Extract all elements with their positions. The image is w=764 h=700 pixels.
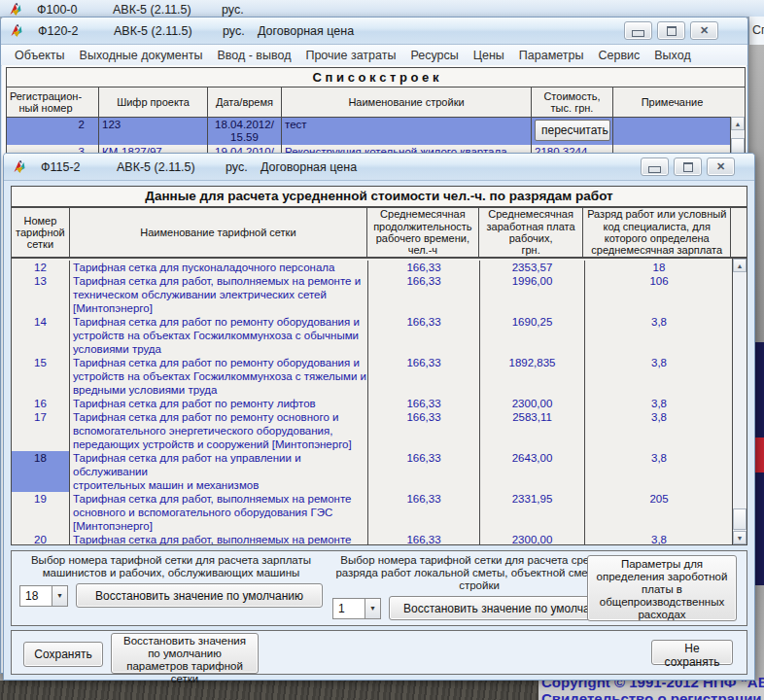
cell-tariff-name: Тарифная сетка для работ, выполняемых на… <box>70 274 368 315</box>
scroll-down-icon[interactable]: ▼ <box>733 531 747 544</box>
scroll-up-icon[interactable]: ▲ <box>731 117 745 130</box>
f100-form-id: Ф100-0 <box>37 3 113 17</box>
tariff-row[interactable]: 18Тарифная сетка для работ на управлении… <box>12 451 747 492</box>
cell-avg-hours: 166,33 <box>368 315 480 356</box>
cell-avg-salary: 2300,00 <box>480 533 585 545</box>
controls-panel: Выбор номера тарифной сетки для расчета … <box>11 550 747 626</box>
tariff-row[interactable]: 14Тарифная сетка для работ по ремонту об… <box>12 315 747 356</box>
cell-work-grade: 3,8 <box>585 356 733 397</box>
restore-all-defaults-button[interactable]: Восстановить значения по умолчанию парам… <box>111 633 259 674</box>
cell-note <box>613 118 731 145</box>
menu-item[interactable]: Прочие затраты <box>305 49 396 62</box>
cell-tariff-name: Тарифная сетка для работ, выполняемых на… <box>70 533 368 545</box>
cell-tariff-number[interactable]: 12 <box>12 261 70 274</box>
close-icon: ✕ <box>700 25 709 36</box>
cell-avg-salary: 2353,57 <box>480 261 585 274</box>
recalculate-button[interactable]: пересчитать <box>535 120 610 141</box>
cell-datetime: 18.04.2012/ 15.59 <box>208 118 282 145</box>
no-save-button[interactable]: Не сохранять <box>651 640 733 665</box>
menu-item[interactable]: Выход <box>654 49 690 62</box>
tariff-row[interactable]: 12Тарифная сетка для пусконаладочного пе… <box>12 261 747 274</box>
cell-tariff-number[interactable]: 18 <box>12 451 70 492</box>
f115-lang: рус. <box>226 160 260 174</box>
tariff-row[interactable]: 16Тарифная сетка для работ по ремонту ли… <box>12 397 747 410</box>
chevron-down-icon[interactable]: ▼ <box>365 599 380 618</box>
avg-grade-tariff-value: 1 <box>333 599 365 618</box>
copyright-line-2: Свидетельство о регистрации авто <box>541 691 764 700</box>
minimize-button[interactable] <box>624 21 652 40</box>
cell-tariff-number[interactable]: 19 <box>12 492 70 533</box>
chevron-down-icon[interactable]: ▼ <box>52 586 67 606</box>
stroika-row[interactable]: 212318.04.2012/ 15.59тестпересчитать <box>7 118 745 145</box>
cell-tariff-number[interactable]: 14 <box>12 315 70 356</box>
window-f100-titlebar[interactable]: Ф100-0 АВК-5 (2.11.5) рус. <box>0 0 764 18</box>
tariff-scrollbar[interactable]: ▲ ▼ <box>732 259 747 544</box>
restore-button[interactable] <box>674 158 702 176</box>
cell-tariff-name: Тарифная сетка для работ по ремонту осно… <box>70 410 368 451</box>
tariff-row[interactable]: 13Тарифная сетка для работ, выполняемых … <box>12 274 747 315</box>
tariff-row[interactable]: 20Тарифная сетка для работ, выполняемых … <box>12 533 747 545</box>
cell-reg-number: 2 <box>7 118 99 145</box>
cell-avg-salary: 2300,00 <box>480 397 585 410</box>
machinist-tariff-value: 18 <box>20 586 52 606</box>
stroika-table-title: С п и с о к с т р о е к <box>7 68 745 88</box>
save-button[interactable]: Сохранять <box>23 642 103 667</box>
f115-app-title: АВК-5 (2.11.5) <box>117 160 226 174</box>
restore-button[interactable] <box>657 21 685 40</box>
menu-item[interactable]: Объекты <box>15 49 65 62</box>
menu-item[interactable]: Выходные документы <box>80 49 203 62</box>
cell-tariff-number[interactable]: 13 <box>12 274 70 315</box>
minimize-button[interactable] <box>641 158 669 176</box>
avg-grade-tariff-select[interactable]: 1 ▼ <box>332 598 381 619</box>
minimize-icon <box>648 166 661 173</box>
screen: Copyright © 1991-2012 НПФ "АВК ( Свидете… <box>0 0 764 700</box>
tariff-row[interactable]: 19Тарифная сетка для работ, выполняемых … <box>12 492 747 533</box>
cell-tariff-number[interactable]: 17 <box>12 410 70 451</box>
cell-avg-hours: 166,33 <box>368 356 480 397</box>
menu-item[interactable]: Ресурсы <box>410 49 458 62</box>
menu-item[interactable]: Сервис <box>598 49 640 62</box>
menu-item[interactable]: Цены <box>473 49 504 62</box>
cell-avg-hours: 166,33 <box>368 261 480 274</box>
restore-icon <box>683 162 693 172</box>
overhead-salary-params-button[interactable]: Параметры для определения зароботной пла… <box>587 555 737 621</box>
cell-avg-salary: 1690,25 <box>480 315 585 356</box>
tariff-row[interactable]: 15Тарифная сетка для работ по ремонту об… <box>12 356 747 397</box>
cell-avg-hours: 166,33 <box>368 533 480 545</box>
scroll-thumb[interactable] <box>733 508 747 530</box>
cell-avg-hours: 166,33 <box>368 397 480 410</box>
menu-item[interactable]: Параметры <box>519 49 584 62</box>
close-icon: ✕ <box>716 161 725 172</box>
column-header: Примечание <box>613 88 731 117</box>
close-button[interactable]: ✕ <box>690 21 718 40</box>
machinist-tariff-group: Выбор номера тарифной сетки для расчета … <box>19 554 323 608</box>
f120-app-title: АВК-5 (2.11.5) <box>114 24 223 38</box>
scroll-up-icon[interactable]: ▲ <box>733 259 747 272</box>
column-header-filler <box>731 208 747 257</box>
restore-default-button-1[interactable]: Восстановить значение по умолчанию <box>76 583 323 608</box>
cell-work-grade: 3,8 <box>585 315 733 356</box>
close-button[interactable]: ✕ <box>707 158 735 176</box>
cell-tariff-number[interactable]: 15 <box>12 356 70 397</box>
restore-icon <box>667 26 677 36</box>
f115-titlebar[interactable]: Ф115-2 АВК-5 (2.11.5) рус. Договорная це… <box>4 154 754 181</box>
app-icon <box>9 23 25 39</box>
cell-tariff-number[interactable]: 20 <box>12 533 70 545</box>
cell-tariff-number[interactable]: 16 <box>12 397 70 410</box>
f120-titlebar[interactable]: Ф120-2 АВК-5 (2.11.5) рус. Договорная це… <box>1 18 747 45</box>
app-icon <box>8 2 24 18</box>
machinist-tariff-select[interactable]: 18 ▼ <box>19 585 68 607</box>
tariff-row[interactable]: 17Тарифная сетка для работ по ремонту ос… <box>12 410 747 451</box>
cell-tariff-name: Тарифная сетка для работ по ремонту обор… <box>70 356 368 397</box>
f100-lang: рус. <box>222 3 257 17</box>
menu-item[interactable]: Ввод - вывод <box>217 49 291 62</box>
cell-avg-hours: 166,33 <box>368 274 480 315</box>
column-header: Среднемесячная продолжительность рабочег… <box>367 208 479 257</box>
cell-tariff-name: Тарифная сетка для работ по ремонту лифт… <box>70 397 368 410</box>
cell-avg-hours: 166,33 <box>368 492 480 533</box>
f100-menu-fragment[interactable]: Спр <box>748 17 764 45</box>
cell-work-grade: 106 <box>585 274 733 315</box>
cell-cost: пересчитать <box>532 118 613 145</box>
f120-form-id: Ф120-2 <box>38 24 114 38</box>
avg-grade-tariff-label: Выбор номера тарифной сетки для расчета … <box>332 554 626 592</box>
